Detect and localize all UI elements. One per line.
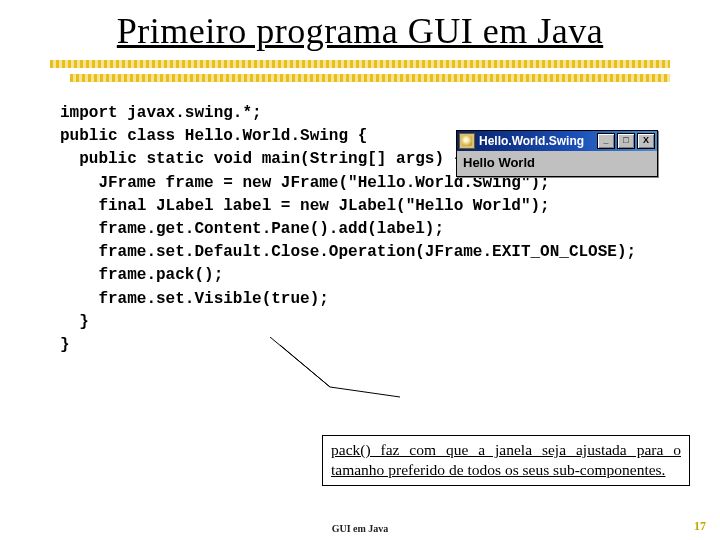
window-title-text: Hello.World.Swing <box>479 134 597 148</box>
close-button[interactable]: X <box>637 133 655 149</box>
decorative-stripes <box>50 60 670 82</box>
minimize-button[interactable]: _ <box>597 133 615 149</box>
slide-title: Primeiro programa GUI em Java <box>0 10 720 52</box>
sample-window: Hello.World.Swing _ □ X Hello World <box>456 130 658 177</box>
java-cup-icon <box>459 133 475 149</box>
window-titlebar: Hello.World.Swing _ □ X <box>457 131 657 151</box>
footer-text: GUI em Java <box>0 523 720 534</box>
callout-note: pack() faz com que a janela seja ajustad… <box>322 435 690 486</box>
maximize-button[interactable]: □ <box>617 133 635 149</box>
page-number: 17 <box>694 519 706 534</box>
window-body-label: Hello World <box>457 151 657 176</box>
